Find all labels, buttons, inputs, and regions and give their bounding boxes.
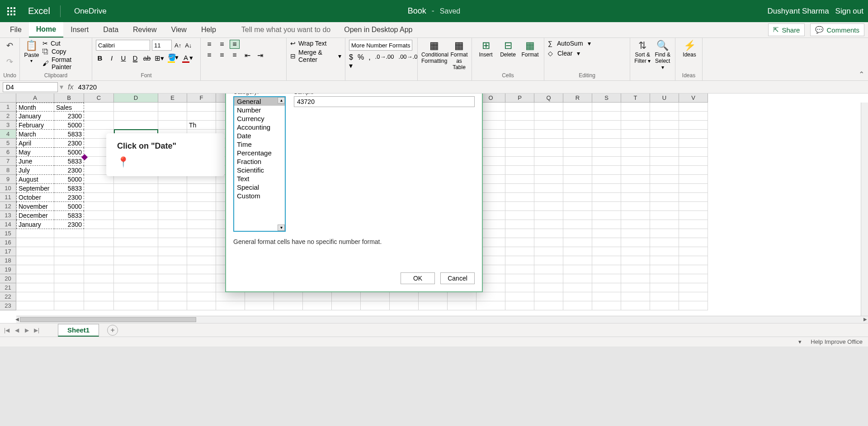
cell[interactable] (592, 184, 621, 193)
cell[interactable] (650, 256, 679, 265)
cell[interactable] (563, 103, 592, 112)
cell[interactable] (158, 193, 187, 202)
autosum-button[interactable]: ∑AutoSum ▾ (548, 40, 626, 47)
cell[interactable] (114, 256, 158, 265)
cell[interactable] (563, 130, 592, 139)
app-launcher[interactable] (5, 5, 18, 18)
row-header-5[interactable]: 5 (0, 139, 16, 148)
double-underline-button[interactable]: D (131, 54, 139, 62)
cell[interactable] (563, 193, 592, 202)
col-header-T[interactable]: T (621, 94, 650, 102)
cell[interactable]: 5833 (54, 211, 84, 220)
cell[interactable] (187, 220, 216, 229)
cell[interactable] (592, 265, 621, 274)
tab-home[interactable]: Home (29, 22, 63, 37)
cell[interactable] (650, 301, 679, 310)
undo-button[interactable]: ↶ (5, 40, 14, 51)
cell[interactable] (650, 238, 679, 247)
cell[interactable] (16, 256, 54, 265)
cell[interactable] (534, 202, 563, 211)
cell[interactable] (563, 265, 592, 274)
formula-input[interactable] (78, 82, 868, 92)
decrease-font-button[interactable]: A↓ (184, 41, 193, 50)
cell[interactable] (84, 211, 114, 220)
cell[interactable] (592, 166, 621, 175)
cell[interactable] (650, 193, 679, 202)
cell[interactable] (505, 166, 534, 175)
tab-help[interactable]: Help (194, 22, 223, 37)
clear-button[interactable]: ◇Clear ▾ (548, 50, 626, 57)
row-header-23[interactable]: 23 (0, 301, 16, 310)
cell[interactable] (114, 220, 158, 229)
cell[interactable] (679, 184, 708, 193)
cell[interactable] (679, 220, 708, 229)
cell[interactable] (505, 103, 534, 112)
cancel-button[interactable]: Cancel (440, 272, 475, 284)
cell[interactable] (650, 274, 679, 283)
cell[interactable] (361, 292, 390, 301)
cell[interactable] (534, 301, 563, 310)
category-scroll-down[interactable]: ▾ (278, 225, 285, 231)
cell[interactable] (650, 175, 679, 184)
cell[interactable] (158, 283, 187, 292)
cell[interactable] (16, 301, 54, 310)
font-size-select[interactable] (152, 40, 172, 51)
cell[interactable] (621, 274, 650, 283)
category-item-fraction[interactable]: Fraction (234, 157, 285, 166)
cell[interactable] (650, 157, 679, 166)
cell[interactable] (679, 121, 708, 130)
cell[interactable] (187, 175, 216, 184)
cell[interactable] (114, 229, 158, 238)
cell[interactable] (621, 220, 650, 229)
select-all-corner[interactable] (0, 94, 16, 102)
format-painter-button[interactable]: 🖌Format Painter (42, 56, 88, 70)
tab-data[interactable]: Data (96, 22, 126, 37)
cell[interactable] (505, 238, 534, 247)
horizontal-scrollbar[interactable]: ◀ ▶ (16, 316, 868, 323)
cell[interactable] (563, 292, 592, 301)
cell[interactable] (621, 193, 650, 202)
user-name[interactable]: Dushyant Sharma (768, 7, 829, 16)
cell[interactable] (592, 283, 621, 292)
cell[interactable] (592, 256, 621, 265)
row-header-7[interactable]: 7 (0, 157, 16, 166)
cell[interactable] (54, 265, 84, 274)
decrease-indent-button[interactable]: ⇤ (242, 51, 252, 60)
cell[interactable] (158, 292, 187, 301)
category-item-percentage[interactable]: Percentage (234, 149, 285, 157)
cell[interactable] (505, 247, 534, 256)
cell[interactable] (505, 157, 534, 166)
cell[interactable] (621, 175, 650, 184)
cell[interactable] (592, 103, 621, 112)
cell[interactable] (419, 292, 448, 301)
row-header-3[interactable]: 3 (0, 121, 16, 130)
cell[interactable] (679, 193, 708, 202)
cell[interactable] (679, 139, 708, 148)
category-scroll-up[interactable]: ▴ (278, 97, 285, 103)
cell[interactable] (84, 283, 114, 292)
cell[interactable]: June (16, 157, 54, 166)
cell[interactable] (563, 166, 592, 175)
cell[interactable] (621, 238, 650, 247)
cell[interactable] (505, 220, 534, 229)
cell[interactable] (84, 247, 114, 256)
align-center-button[interactable]: ≡ (217, 51, 227, 60)
cell[interactable] (650, 112, 679, 121)
cell[interactable]: February (16, 121, 54, 130)
cell[interactable] (16, 229, 54, 238)
cell[interactable] (16, 247, 54, 256)
row-header-18[interactable]: 18 (0, 256, 16, 265)
cell[interactable] (505, 229, 534, 238)
row-header-17[interactable]: 17 (0, 247, 16, 256)
cell[interactable] (592, 112, 621, 121)
cell[interactable] (621, 202, 650, 211)
row-header-8[interactable]: 8 (0, 166, 16, 175)
category-item-time[interactable]: Time (234, 140, 285, 149)
copy-button[interactable]: ⿻Copy (42, 48, 88, 55)
tab-file[interactable]: File (3, 22, 29, 37)
tab-view[interactable]: View (164, 22, 194, 37)
cell[interactable] (187, 229, 216, 238)
cell[interactable] (505, 112, 534, 121)
cell[interactable] (679, 130, 708, 139)
cell[interactable] (84, 193, 114, 202)
